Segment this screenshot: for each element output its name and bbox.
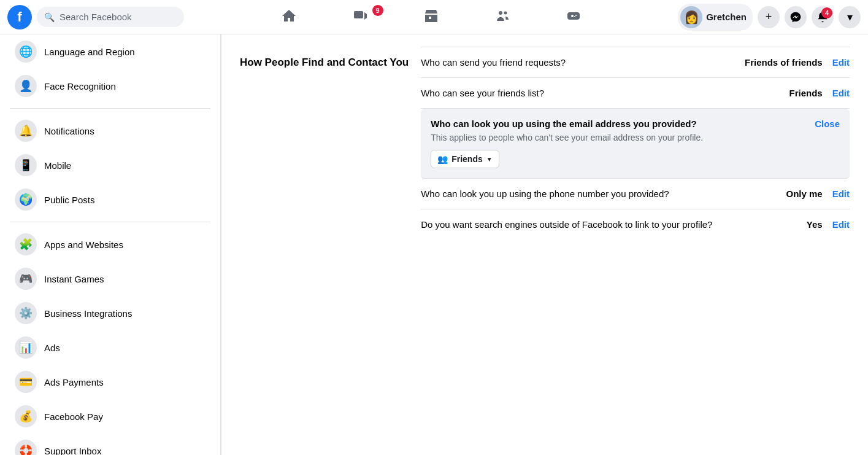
nav-item-watch[interactable]: 9 [326,2,394,32]
marketplace-icon [424,9,439,23]
expanded-description: This applies to people who can't see you… [431,133,840,142]
svg-point-5 [575,15,577,16]
instant-games-icon: 🎮 [15,268,37,290]
search-bar[interactable]: 🔍 [37,7,184,27]
sidebar-item-mobile[interactable]: 📱 Mobile [5,148,215,182]
header-right: 👩 Gretchen + 4 ▾ [678,4,861,31]
face-recognition-icon: 👤 [15,75,37,97]
language-region-icon: 🌐 [15,41,37,63]
nav-item-groups[interactable] [468,2,537,32]
notifications-icon: 🔔 [15,120,37,142]
sidebar-item-ads[interactable]: 📊 Ads [5,330,215,365]
edit-friends-list[interactable]: Edit [832,88,850,98]
sidebar-label-mobile: Mobile [44,160,71,171]
sidebar-item-apps-websites[interactable]: 🧩 Apps and Websites [5,227,215,262]
home-icon [282,9,296,23]
messenger-icon [789,11,802,23]
watch-icon [353,9,367,23]
answer-friends-list: Friends [731,88,823,98]
user-name: Gretchen [706,12,747,22]
sidebar-divider-2 [10,222,210,222]
sidebar-item-support-inbox[interactable]: 🛟 Support Inbox [5,434,215,455]
close-email-lookup[interactable]: Close [815,119,840,129]
edit-friend-requests[interactable]: Edit [832,57,850,68]
mobile-icon: 📱 [15,154,37,176]
chevron-down-icon: ▼ [486,156,493,163]
support-inbox-icon: 🛟 [15,440,37,455]
edit-search-engines[interactable]: Edit [832,219,850,230]
answer-search-engines: Yes [731,219,823,230]
question-phone-lookup: Who can look you up using the phone numb… [421,189,731,199]
sidebar: 🌐 Language and Region 👤 Face Recognition… [0,34,221,455]
row-search-engines: Do you want search engines outside of Fa… [421,209,850,239]
sidebar-item-ads-payments[interactable]: 💳 Ads Payments [5,365,215,399]
svg-point-3 [504,12,507,15]
groups-icon [495,9,510,23]
sidebar-item-business-integrations[interactable]: ⚙️ Business Integrations [5,296,215,330]
facebook-pay-icon: 💰 [15,405,37,427]
public-posts-icon: 🌍 [15,189,37,211]
user-pill[interactable]: 👩 Gretchen [678,4,753,31]
question-friends-list: Who can see your friends list? [421,88,731,98]
gaming-icon [566,9,581,23]
messenger-button[interactable] [785,6,807,28]
content-panel: How People Find and Contact You Who can … [221,34,868,455]
question-friend-requests: Who can send you friend requests? [421,57,731,68]
sidebar-label-notifications: Notifications [44,126,94,136]
row-phone-lookup: Who can look you up using the phone numb… [421,179,850,209]
business-integrations-icon: ⚙️ [15,302,37,324]
notifications-badge: 4 [821,7,832,18]
row-email-lookup-expanded: Who can look you up using the email addr… [421,109,850,179]
settings-rows: Who can send you friend requests? Friend… [421,47,850,239]
people-icon: 👥 [437,154,448,164]
header-left: f 🔍 [7,5,184,29]
answer-phone-lookup: Only me [731,189,823,199]
sidebar-label-apps-websites: Apps and Websites [44,239,123,250]
sidebar-item-notifications[interactable]: 🔔 Notifications [5,114,215,148]
sidebar-label-business-integrations: Business Integrations [44,308,132,319]
avatar: 👩 [680,6,702,28]
search-icon: 🔍 [44,12,55,22]
row-friends-list: Who can see your friends list? Friends E… [421,78,850,109]
sidebar-label-support-inbox: Support Inbox [44,446,101,456]
sidebar-label-facebook-pay: Facebook Pay [44,411,103,422]
row-friend-requests: Who can send you friend requests? Friend… [421,47,850,78]
sidebar-item-facebook-pay[interactable]: 💰 Facebook Pay [5,399,215,434]
sidebar-label-instant-games: Instant Games [44,274,104,284]
sidebar-label-ads-payments: Ads Payments [44,377,104,387]
sidebar-label-public-posts: Public Posts [44,195,95,205]
svg-point-6 [574,16,575,17]
edit-phone-lookup[interactable]: Edit [832,189,850,199]
sidebar-label-language-region: Language and Region [44,47,135,57]
sidebar-divider-1 [10,108,210,109]
sidebar-item-instant-games[interactable]: 🎮 Instant Games [5,262,215,296]
question-search-engines: Do you want search engines outside of Fa… [421,219,731,230]
sidebar-label-face-recognition: Face Recognition [44,81,116,91]
nav-item-gaming[interactable] [539,2,608,32]
search-input[interactable] [60,12,177,22]
ads-payments-icon: 💳 [15,371,37,393]
nav-item-marketplace[interactable] [397,2,466,32]
sidebar-item-public-posts[interactable]: 🌍 Public Posts [5,182,215,217]
friends-dropdown[interactable]: 👥 Friends ▼ [431,150,499,168]
header-nav: 9 [189,2,673,32]
notifications-button[interactable]: 4 [812,6,834,28]
sidebar-item-face-recognition[interactable]: 👤 Face Recognition [5,69,215,103]
expanded-header: Who can look you up using the email addr… [431,119,840,129]
sidebar-item-language-region[interactable]: 🌐 Language and Region [5,34,215,69]
nav-item-home[interactable] [255,2,323,32]
layout: 🌐 Language and Region 👤 Face Recognition… [0,34,868,455]
main-content: How People Find and Contact You Who can … [221,34,868,455]
ads-icon: 📊 [15,336,37,359]
add-button[interactable]: + [758,6,780,28]
sidebar-label-ads: Ads [44,343,60,353]
header: f 🔍 9 👩 Gret [0,0,868,34]
watch-badge: 9 [372,5,383,16]
apps-websites-icon: 🧩 [15,233,37,255]
section-title: How People Find and Contact You [240,47,421,239]
dropdown-value: Friends [451,154,483,164]
facebook-logo[interactable]: f [7,5,32,29]
svg-point-2 [499,11,502,15]
find-section: How People Find and Contact You Who can … [240,47,850,239]
dropdown-button[interactable]: ▾ [839,6,861,28]
